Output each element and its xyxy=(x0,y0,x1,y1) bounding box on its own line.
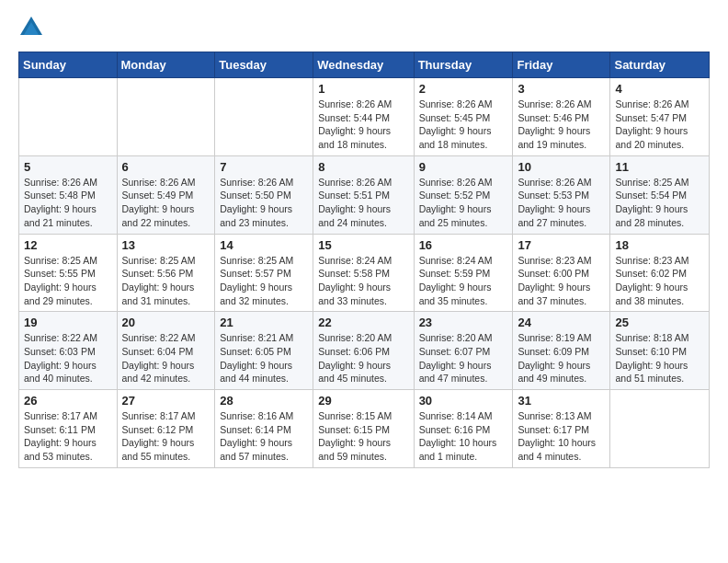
weekday-header-row: SundayMondayTuesdayWednesdayThursdayFrid… xyxy=(19,52,710,78)
day-info: Sunrise: 8:26 AM Sunset: 5:52 PM Dayligh… xyxy=(419,176,508,230)
day-info: Sunrise: 8:25 AM Sunset: 5:56 PM Dayligh… xyxy=(122,254,210,308)
day-cell: 12Sunrise: 8:25 AM Sunset: 5:55 PM Dayli… xyxy=(19,234,118,312)
day-info: Sunrise: 8:23 AM Sunset: 6:00 PM Dayligh… xyxy=(518,254,605,308)
day-number: 11 xyxy=(615,160,704,174)
day-info: Sunrise: 8:24 AM Sunset: 5:58 PM Dayligh… xyxy=(318,254,408,308)
day-number: 8 xyxy=(318,160,408,174)
day-number: 19 xyxy=(24,316,112,329)
day-cell: 31Sunrise: 8:13 AM Sunset: 6:17 PM Dayli… xyxy=(513,390,610,468)
day-number: 18 xyxy=(615,238,704,252)
day-number: 23 xyxy=(419,316,508,329)
weekday-header-saturday: Saturday xyxy=(610,52,710,78)
day-info: Sunrise: 8:17 AM Sunset: 6:11 PM Dayligh… xyxy=(24,409,112,464)
day-cell: 22Sunrise: 8:20 AM Sunset: 6:06 PM Dayli… xyxy=(313,312,414,390)
week-row-5: 26Sunrise: 8:17 AM Sunset: 6:11 PM Dayli… xyxy=(19,390,710,468)
day-info: Sunrise: 8:23 AM Sunset: 6:02 PM Dayligh… xyxy=(615,254,704,308)
day-cell: 13Sunrise: 8:25 AM Sunset: 5:56 PM Dayli… xyxy=(117,234,215,312)
day-cell: 14Sunrise: 8:25 AM Sunset: 5:57 PM Dayli… xyxy=(215,234,313,312)
day-info: Sunrise: 8:21 AM Sunset: 6:05 PM Dayligh… xyxy=(220,331,308,385)
weekday-header-wednesday: Wednesday xyxy=(313,52,414,78)
day-info: Sunrise: 8:26 AM Sunset: 5:53 PM Dayligh… xyxy=(518,176,605,230)
day-cell: 15Sunrise: 8:24 AM Sunset: 5:58 PM Dayli… xyxy=(313,234,414,312)
day-cell: 1Sunrise: 8:26 AM Sunset: 5:44 PM Daylig… xyxy=(313,78,414,156)
day-cell: 30Sunrise: 8:14 AM Sunset: 6:16 PM Dayli… xyxy=(414,390,513,468)
day-cell: 8Sunrise: 8:26 AM Sunset: 5:51 PM Daylig… xyxy=(313,155,414,234)
day-info: Sunrise: 8:18 AM Sunset: 6:10 PM Dayligh… xyxy=(615,331,704,385)
day-number: 10 xyxy=(518,160,605,174)
day-cell: 28Sunrise: 8:16 AM Sunset: 6:14 PM Dayli… xyxy=(215,390,313,468)
day-cell: 26Sunrise: 8:17 AM Sunset: 6:11 PM Dayli… xyxy=(19,390,118,468)
day-number: 5 xyxy=(24,160,112,174)
weekday-header-tuesday: Tuesday xyxy=(215,52,313,78)
weekday-header-monday: Monday xyxy=(117,52,215,78)
day-cell: 6Sunrise: 8:26 AM Sunset: 5:49 PM Daylig… xyxy=(117,155,215,234)
weekday-header-friday: Friday xyxy=(513,52,610,78)
day-info: Sunrise: 8:22 AM Sunset: 6:04 PM Dayligh… xyxy=(122,331,210,385)
day-number: 20 xyxy=(122,316,210,329)
day-cell xyxy=(215,78,313,156)
day-cell: 20Sunrise: 8:22 AM Sunset: 6:04 PM Dayli… xyxy=(117,312,215,390)
calendar-page: SundayMondayTuesdayWednesdayThursdayFrid… xyxy=(0,0,728,563)
day-number: 16 xyxy=(419,238,508,252)
day-cell: 18Sunrise: 8:23 AM Sunset: 6:02 PM Dayli… xyxy=(610,234,710,312)
day-cell: 21Sunrise: 8:21 AM Sunset: 6:05 PM Dayli… xyxy=(215,312,313,390)
day-number: 15 xyxy=(318,238,408,252)
day-cell xyxy=(117,78,215,156)
day-cell xyxy=(610,390,710,468)
day-info: Sunrise: 8:14 AM Sunset: 6:16 PM Dayligh… xyxy=(419,409,508,464)
logo-icon xyxy=(18,15,44,40)
day-info: Sunrise: 8:15 AM Sunset: 6:15 PM Dayligh… xyxy=(318,409,408,464)
day-info: Sunrise: 8:17 AM Sunset: 6:12 PM Dayligh… xyxy=(122,409,210,464)
day-number: 13 xyxy=(122,238,210,252)
day-info: Sunrise: 8:20 AM Sunset: 6:07 PM Dayligh… xyxy=(419,331,508,385)
day-info: Sunrise: 8:26 AM Sunset: 5:50 PM Dayligh… xyxy=(220,176,308,230)
day-info: Sunrise: 8:16 AM Sunset: 6:14 PM Dayligh… xyxy=(220,409,308,464)
header xyxy=(18,15,710,40)
day-cell: 23Sunrise: 8:20 AM Sunset: 6:07 PM Dayli… xyxy=(414,312,513,390)
day-info: Sunrise: 8:25 AM Sunset: 5:57 PM Dayligh… xyxy=(220,254,308,308)
day-info: Sunrise: 8:26 AM Sunset: 5:48 PM Dayligh… xyxy=(24,176,112,230)
day-cell: 27Sunrise: 8:17 AM Sunset: 6:12 PM Dayli… xyxy=(117,390,215,468)
day-cell: 3Sunrise: 8:26 AM Sunset: 5:46 PM Daylig… xyxy=(513,78,610,156)
day-cell: 5Sunrise: 8:26 AM Sunset: 5:48 PM Daylig… xyxy=(19,155,118,234)
day-cell: 7Sunrise: 8:26 AM Sunset: 5:50 PM Daylig… xyxy=(215,155,313,234)
day-number: 6 xyxy=(122,160,210,174)
day-number: 30 xyxy=(419,394,508,408)
day-cell xyxy=(19,78,118,156)
day-cell: 2Sunrise: 8:26 AM Sunset: 5:45 PM Daylig… xyxy=(414,78,513,156)
calendar-table: SundayMondayTuesdayWednesdayThursdayFrid… xyxy=(18,52,710,468)
day-number: 31 xyxy=(518,394,605,408)
day-info: Sunrise: 8:26 AM Sunset: 5:51 PM Dayligh… xyxy=(318,176,408,230)
day-number: 21 xyxy=(220,316,308,329)
day-info: Sunrise: 8:22 AM Sunset: 6:03 PM Dayligh… xyxy=(24,331,112,385)
day-info: Sunrise: 8:19 AM Sunset: 6:09 PM Dayligh… xyxy=(518,331,605,385)
day-cell: 10Sunrise: 8:26 AM Sunset: 5:53 PM Dayli… xyxy=(513,155,610,234)
day-number: 17 xyxy=(518,238,605,252)
day-number: 29 xyxy=(318,394,408,408)
day-number: 26 xyxy=(24,394,112,408)
day-cell: 17Sunrise: 8:23 AM Sunset: 6:00 PM Dayli… xyxy=(513,234,610,312)
day-cell: 4Sunrise: 8:26 AM Sunset: 5:47 PM Daylig… xyxy=(610,78,710,156)
day-cell: 16Sunrise: 8:24 AM Sunset: 5:59 PM Dayli… xyxy=(414,234,513,312)
weekday-header-sunday: Sunday xyxy=(19,52,118,78)
day-number: 2 xyxy=(419,82,508,96)
day-number: 3 xyxy=(518,82,605,96)
day-info: Sunrise: 8:26 AM Sunset: 5:49 PM Dayligh… xyxy=(122,176,210,230)
weekday-header-thursday: Thursday xyxy=(414,52,513,78)
day-info: Sunrise: 8:25 AM Sunset: 5:54 PM Dayligh… xyxy=(615,176,704,230)
day-number: 12 xyxy=(24,238,112,252)
day-cell: 29Sunrise: 8:15 AM Sunset: 6:15 PM Dayli… xyxy=(313,390,414,468)
day-info: Sunrise: 8:26 AM Sunset: 5:45 PM Dayligh… xyxy=(419,98,508,152)
day-number: 14 xyxy=(220,238,308,252)
day-info: Sunrise: 8:20 AM Sunset: 6:06 PM Dayligh… xyxy=(318,331,408,385)
day-info: Sunrise: 8:24 AM Sunset: 5:59 PM Dayligh… xyxy=(419,254,508,308)
day-info: Sunrise: 8:26 AM Sunset: 5:47 PM Dayligh… xyxy=(615,98,704,152)
day-number: 22 xyxy=(318,316,408,329)
day-number: 24 xyxy=(518,316,605,329)
week-row-3: 12Sunrise: 8:25 AM Sunset: 5:55 PM Dayli… xyxy=(19,234,710,312)
day-number: 28 xyxy=(220,394,308,408)
logo xyxy=(18,15,48,40)
day-number: 7 xyxy=(220,160,308,174)
day-cell: 9Sunrise: 8:26 AM Sunset: 5:52 PM Daylig… xyxy=(414,155,513,234)
day-info: Sunrise: 8:13 AM Sunset: 6:17 PM Dayligh… xyxy=(518,409,605,464)
